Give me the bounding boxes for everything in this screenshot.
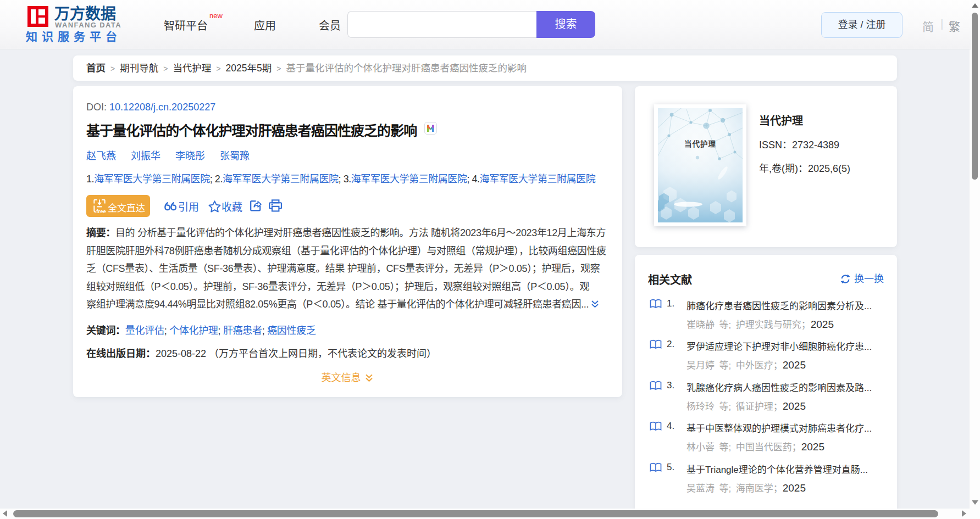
- svg-text:free: free: [96, 208, 106, 214]
